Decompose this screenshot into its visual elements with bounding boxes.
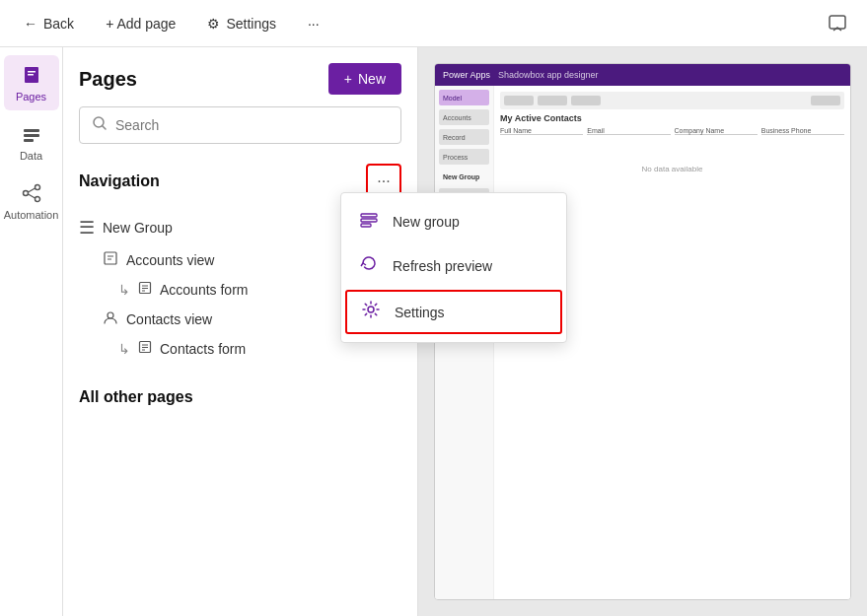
svg-rect-2 — [28, 71, 36, 73]
main-layout: Pages Data Autom — [0, 47, 867, 616]
preview-toolbar-btn — [504, 96, 534, 105]
gear-icon: ⚙ — [207, 16, 220, 32]
back-arrow-icon: ← — [24, 16, 37, 32]
search-box[interactable] — [79, 106, 401, 144]
settings-menu-icon — [359, 300, 383, 324]
sidebar-item-automation[interactable]: Automation — [4, 173, 59, 229]
preview-table-title: My Active Contacts — [500, 113, 844, 123]
svg-rect-4 — [24, 129, 39, 132]
settings-label: Settings — [226, 16, 276, 32]
preview-col-name: Full Name — [500, 127, 583, 135]
preview-sidebar-item: Model — [439, 90, 489, 105]
add-page-button[interactable]: + Add page — [98, 12, 183, 35]
svg-rect-0 — [830, 16, 845, 29]
svg-point-9 — [35, 197, 39, 202]
sidebar: Pages Data Autom — [0, 47, 63, 616]
preview-app-name: Power Apps — [443, 70, 490, 80]
svg-rect-14 — [105, 252, 116, 264]
sidebar-data-label: Data — [20, 150, 42, 162]
preview-sidebar-item: Record — [439, 129, 489, 145]
new-group-menu-label: New group — [393, 214, 460, 230]
pages-icon — [20, 63, 43, 87]
accounts-form-label: Accounts form — [160, 282, 248, 298]
form-icon — [138, 281, 152, 298]
page-icon — [103, 250, 118, 269]
group-icon: ☰ — [79, 217, 95, 239]
form-icon-2 — [138, 340, 152, 357]
preview-toolbar-btn — [811, 96, 840, 105]
preview-toolbar — [500, 92, 844, 109]
back-button[interactable]: ← Back — [16, 12, 82, 35]
svg-point-8 — [35, 185, 39, 190]
refresh-preview-label: Refresh preview — [393, 258, 492, 274]
sidebar-item-pages[interactable]: Pages — [4, 55, 59, 110]
all-other-pages-heading: All other pages — [79, 382, 401, 412]
svg-rect-3 — [28, 74, 34, 76]
context-menu-new-group[interactable]: New group — [341, 199, 566, 243]
indent-icon: ↳ — [118, 282, 130, 298]
refresh-icon — [357, 253, 381, 278]
more-label: ··· — [308, 16, 320, 32]
topbar: ← Back + Add page ⚙ Settings ··· — [0, 0, 867, 47]
preview-topbar: Power Apps Shadowbox app designer — [435, 64, 850, 86]
svg-rect-5 — [24, 134, 39, 137]
preview-designer-label: Shadowbox app designer — [498, 70, 599, 80]
three-dots-icon: ··· — [377, 172, 390, 190]
back-label: Back — [43, 16, 74, 32]
svg-line-11 — [28, 194, 35, 198]
more-button[interactable]: ··· — [300, 12, 327, 35]
svg-point-29 — [368, 307, 374, 312]
svg-line-13 — [103, 126, 107, 130]
plus-icon: + — [344, 71, 352, 87]
preview-col-phone: Business Phone — [761, 127, 844, 135]
pages-header: Pages + New — [63, 47, 417, 106]
preview-col-company: Company Name — [675, 127, 758, 135]
preview-sidebar-item: Process — [439, 149, 489, 165]
svg-rect-27 — [361, 219, 377, 222]
indent-icon-2: ↳ — [118, 341, 130, 357]
navigation-title: Navigation — [79, 172, 160, 190]
search-icon — [92, 115, 108, 135]
chat-icon[interactable] — [824, 10, 851, 37]
svg-rect-6 — [24, 139, 34, 142]
automation-icon — [20, 181, 43, 205]
context-menu: New group Refresh preview Settings — [340, 192, 567, 343]
svg-line-10 — [28, 188, 35, 192]
preview-table-header: Full Name Email Company Name Business Ph… — [500, 127, 844, 135]
contacts-form-label: Contacts form — [160, 341, 246, 357]
preview-toolbar-btn — [538, 96, 567, 105]
sidebar-item-data[interactable]: Data — [4, 114, 59, 170]
svg-point-21 — [108, 312, 113, 318]
preview-sidebar-item: Accounts — [439, 109, 489, 125]
sidebar-pages-label: Pages — [16, 91, 46, 103]
preview-nav-group: New Group — [439, 169, 489, 184]
settings-menu-label: Settings — [395, 305, 445, 320]
svg-rect-26 — [361, 214, 377, 217]
sidebar-automation-label: Automation — [4, 209, 59, 221]
accounts-view-label: Accounts view — [126, 252, 214, 268]
svg-point-7 — [23, 191, 28, 196]
data-icon — [20, 122, 43, 146]
search-input[interactable] — [115, 117, 389, 133]
context-menu-refresh-preview[interactable]: Refresh preview — [341, 243, 566, 288]
svg-rect-28 — [361, 224, 371, 227]
context-menu-settings[interactable]: Settings — [345, 290, 562, 334]
new-group-menu-icon — [357, 209, 381, 234]
pages-title: Pages — [79, 68, 137, 91]
new-group-label: New Group — [103, 220, 173, 236]
contacts-view-label: Contacts view — [126, 311, 212, 327]
new-label: New — [358, 71, 386, 87]
person-icon — [103, 309, 118, 328]
add-page-label: + Add page — [106, 16, 176, 32]
new-button[interactable]: + New — [328, 63, 401, 95]
preview-toolbar-btn — [571, 96, 601, 105]
settings-button[interactable]: ⚙ Settings — [199, 12, 284, 35]
preview-empty-state: No data available — [500, 165, 844, 173]
preview-col-email: Email — [587, 127, 670, 135]
